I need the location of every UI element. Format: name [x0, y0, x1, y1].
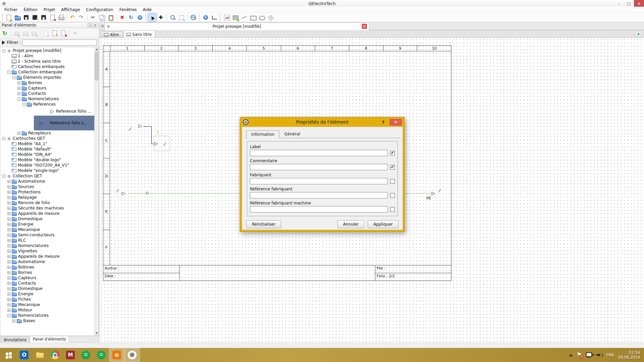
tree-expander-icon[interactable]	[7, 148, 10, 151]
tree-item[interactable]: + Bases	[0, 318, 94, 323]
field-input[interactable]	[250, 206, 388, 213]
panel-bottom-tab[interactable]: Panel d'éléments	[30, 336, 69, 343]
dialog-tab[interactable]: Information	[246, 130, 279, 138]
minimize-button[interactable]	[614, 0, 624, 7]
tree-expander-icon[interactable]: +	[7, 255, 10, 258]
field-input[interactable]	[250, 164, 388, 170]
taskbar-button[interactable]	[32, 348, 47, 362]
tree-expander-icon[interactable]: +	[7, 293, 10, 296]
tree-item[interactable]: + Bobines	[0, 264, 94, 270]
tree-item[interactable]: + RLC	[0, 238, 94, 243]
toolbar-button[interactable]	[168, 13, 177, 21]
panel-toolbar-button[interactable]	[1, 29, 9, 37]
tree-expander-icon[interactable]: +	[7, 244, 10, 247]
tree-expander-icon[interactable]: +	[7, 287, 10, 290]
folio-tab[interactable]: Sans titre	[123, 30, 155, 38]
tree-expander-icon[interactable]: +	[7, 196, 10, 199]
toolbar-button[interactable]	[201, 13, 210, 21]
tree-item[interactable]: + Automatisme	[0, 259, 94, 264]
toolbar-button[interactable]	[13, 13, 22, 21]
tree-item[interactable]: Cartouches embarqués	[0, 64, 94, 69]
menu-item[interactable]: Fenêtres	[116, 7, 140, 12]
taskbar-button[interactable]	[48, 348, 62, 362]
tree-expander-icon[interactable]: +	[7, 271, 10, 274]
taskbar-button[interactable]	[1, 348, 16, 362]
tree-item[interactable]: + Bornes	[0, 270, 94, 275]
tree-item[interactable]: + Capteurs	[0, 275, 94, 281]
tree-item[interactable]: + Appareils de mesure	[0, 254, 94, 259]
taskbar-button[interactable]	[109, 348, 124, 362]
scroll-down-icon[interactable]: ▼	[95, 331, 99, 336]
folio-tab[interactable]: Alim	[101, 31, 123, 38]
tree-expander-icon[interactable]: +	[7, 218, 10, 221]
scrollbar-thumb[interactable]	[95, 52, 98, 80]
panel-toolbar-button[interactable]	[21, 29, 30, 37]
menu-item[interactable]: Affichage	[58, 7, 83, 12]
tree-item[interactable]: + Vignettes	[0, 248, 94, 254]
tree-expander-icon[interactable]: +	[7, 303, 10, 306]
tree-item[interactable]: Modèle "single-logo"	[0, 168, 94, 173]
tree-expander-icon[interactable]: +	[7, 191, 10, 194]
taskbar-button[interactable]	[78, 348, 93, 362]
scroll-up-icon[interactable]: ▲	[95, 47, 99, 52]
tree-expander-icon[interactable]: +	[7, 228, 10, 231]
tree-expander-icon[interactable]	[7, 153, 10, 156]
network-icon[interactable]	[586, 352, 592, 358]
tree-item[interactable]: Modèle "DIN_A4"	[0, 152, 94, 157]
tree-item[interactable]: 2 - Schéma sans titre	[0, 59, 94, 64]
field-checkbox[interactable]	[390, 207, 395, 212]
tree-expander-icon[interactable]: +	[17, 92, 20, 95]
tree-item[interactable]: Modèle "A4_1"	[0, 141, 94, 146]
tree-item[interactable]: Modèle "default"	[0, 146, 94, 152]
tree-item[interactable]: + Mecanique	[0, 227, 94, 232]
tree-item[interactable]: + Moteur	[0, 307, 94, 313]
tree-expander-icon[interactable]	[7, 142, 10, 145]
panel-bottom-tab[interactable]: Annulations	[1, 337, 30, 343]
tree-expander-icon[interactable]	[7, 164, 10, 167]
field-checkbox[interactable]	[390, 179, 395, 184]
tree-item[interactable]: + Capteurs	[0, 85, 94, 91]
tree-item[interactable]: Reference folio ...	[0, 107, 94, 116]
panel-toolbar-button[interactable]	[42, 29, 50, 37]
toolbar-button[interactable]	[231, 13, 240, 21]
toolbar-button[interactable]	[98, 13, 106, 21]
tree-item[interactable]: + Energie	[0, 222, 94, 227]
field-checkbox[interactable]	[390, 165, 395, 170]
add-folio-button[interactable]	[635, 31, 641, 37]
toolbar-button[interactable]	[249, 13, 257, 21]
close-button[interactable]	[634, 0, 644, 7]
tree-expander-icon[interactable]: +	[7, 277, 10, 280]
tree-expander-icon[interactable]: +	[7, 266, 10, 269]
tree-item[interactable]: + Appareils de mesure	[0, 211, 94, 216]
tree-expander-icon[interactable]	[7, 55, 10, 58]
project-tab[interactable]: ⊗ Projet presepe [modifié]	[104, 22, 369, 30]
toolbar-button[interactable]	[57, 13, 65, 21]
tree-item[interactable]: - References	[0, 102, 94, 107]
tree-expander-icon[interactable]: +	[7, 212, 10, 215]
taskbar-clock[interactable]: 01:59 29.06.2014	[618, 350, 640, 360]
tree-item[interactable]: + Domestique	[0, 286, 94, 291]
field-input[interactable]	[250, 192, 388, 198]
tree-item[interactable]: 1 - Alim	[0, 53, 94, 59]
menu-item[interactable]: Édition	[20, 7, 41, 12]
tree-expander-icon[interactable]: +	[7, 185, 10, 188]
menu-item[interactable]: Aide	[140, 7, 155, 12]
field-input[interactable]	[250, 178, 388, 184]
toolbar-button[interactable]	[177, 13, 186, 21]
dialog-help-button[interactable]: ?	[379, 120, 387, 125]
toolbar-button[interactable]	[240, 13, 249, 21]
tree-expander-icon[interactable]: -	[22, 103, 25, 106]
toolbar-button[interactable]	[48, 13, 57, 21]
tree-item[interactable]: - Cartouches QET	[0, 136, 94, 141]
panel-toolbar-button[interactable]	[71, 29, 79, 37]
tree-expander-icon[interactable]	[7, 159, 10, 162]
tree-expander-icon[interactable]: -	[7, 314, 10, 317]
tree-expander-icon[interactable]: +	[7, 223, 10, 226]
tree-item[interactable]: Modèle "ISO7200_A4_V1"	[0, 163, 94, 168]
tree-item[interactable]: + Récepteurs	[0, 130, 94, 136]
tree-expander-icon[interactable]: +	[7, 309, 10, 312]
tree-expander-icon[interactable]	[7, 169, 10, 172]
tree-expander-icon[interactable]: +	[7, 250, 10, 253]
tree-expander-icon[interactable]: +	[7, 207, 10, 210]
tree-expander-icon[interactable]: +	[17, 87, 20, 90]
